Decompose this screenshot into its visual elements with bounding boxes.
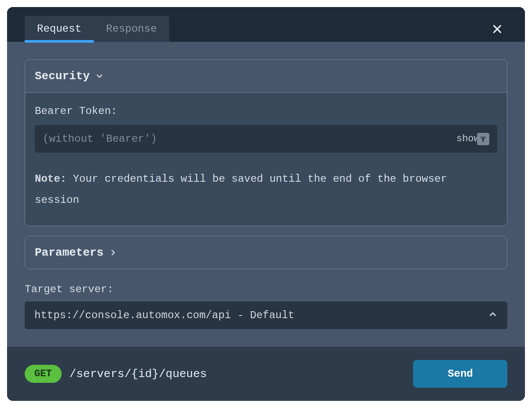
security-note: Note: Your credentials will be saved unt… — [35, 169, 497, 211]
security-panel: Security Bearer Token: show — [25, 59, 507, 226]
tab-response[interactable]: Response — [94, 16, 169, 42]
parameters-title: Parameters — [35, 246, 103, 259]
bearer-input-wrap: show — [35, 125, 497, 153]
chevron-up-icon — [488, 309, 498, 321]
endpoint-path: /servers/{id}/queues — [70, 367, 207, 381]
modal-footer: GET /servers/{id}/queues Send — [7, 347, 525, 401]
svg-point-4 — [484, 136, 485, 137]
tabs-container: Request Response — [25, 16, 169, 42]
bearer-token-label: Bearer Token: — [35, 105, 497, 117]
security-note-body: Your credentials will be saved until the… — [35, 173, 447, 206]
modal-content: Security Bearer Token: show — [7, 42, 525, 347]
close-icon — [491, 22, 503, 39]
bearer-token-input[interactable] — [35, 125, 497, 153]
password-manager-icon — [477, 133, 489, 145]
close-button[interactable] — [487, 21, 507, 41]
http-method-badge: GET — [25, 365, 62, 383]
tab-active-indicator — [25, 40, 94, 43]
svg-point-2 — [480, 136, 481, 137]
show-token-label: show — [456, 133, 480, 144]
svg-rect-5 — [483, 138, 484, 142]
tab-request-label: Request — [37, 23, 81, 35]
tab-request[interactable]: Request — [25, 16, 94, 42]
security-note-prefix: Note: — [35, 173, 66, 185]
parameters-panel: Parameters — [25, 236, 507, 269]
tab-response-label: Response — [106, 23, 157, 35]
security-header[interactable]: Security — [25, 60, 507, 93]
send-button[interactable]: Send — [413, 360, 507, 388]
chevron-down-icon — [95, 72, 104, 81]
target-server-value: https://console.automox.com/api - Defaul… — [34, 309, 295, 321]
show-token-button[interactable]: show — [456, 133, 489, 145]
security-title: Security — [35, 70, 90, 83]
api-try-modal: Request Response Security Bearer Token: — [7, 7, 525, 401]
target-server-label: Target server: — [25, 283, 507, 295]
target-server-select[interactable]: https://console.automox.com/api - Defaul… — [25, 301, 507, 329]
security-body: Bearer Token: show Note: Your credential… — [25, 93, 507, 226]
endpoint-display: GET /servers/{id}/queues — [25, 365, 207, 383]
chevron-right-icon — [109, 248, 118, 257]
parameters-header[interactable]: Parameters — [25, 236, 507, 269]
tab-bar: Request Response — [7, 7, 525, 42]
